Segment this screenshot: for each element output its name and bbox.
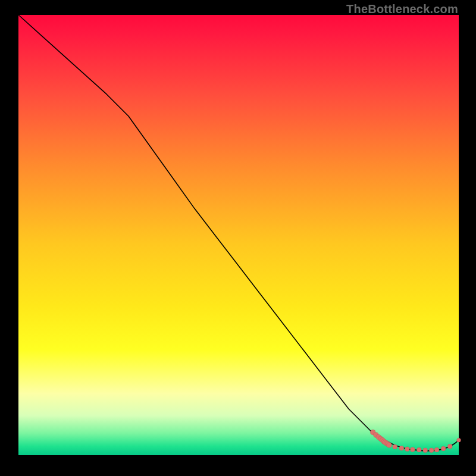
watermark-text: TheBottleneck.com [346,2,458,16]
plot-area [18,15,459,455]
chart-stage: TheBottleneck.com [0,0,476,476]
